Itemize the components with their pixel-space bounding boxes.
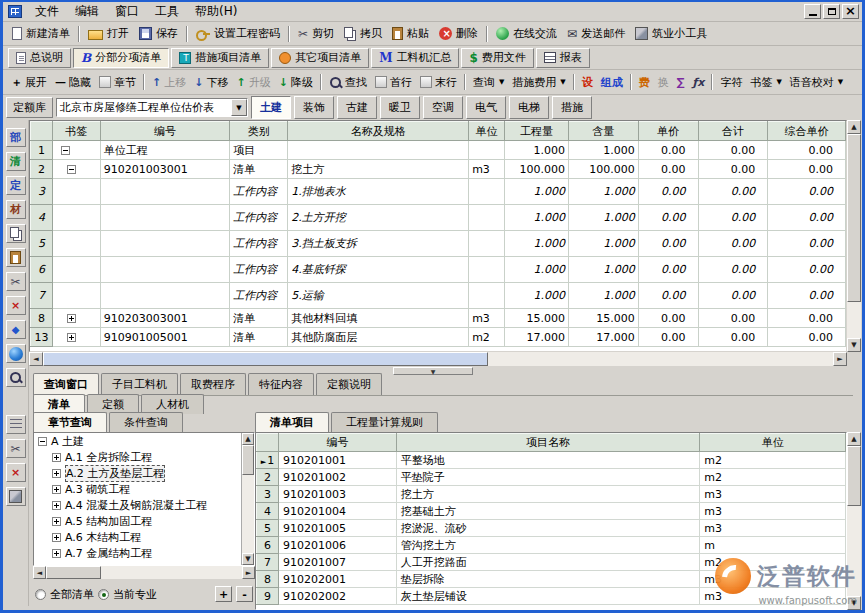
- menu-file[interactable]: 文件: [27, 1, 67, 22]
- cell-unit[interactable]: [469, 231, 505, 257]
- cell-category[interactable]: 项目: [230, 141, 288, 160]
- cell-bookmark[interactable]: [52, 257, 100, 283]
- cell-content[interactable]: 1.000: [568, 205, 638, 231]
- cell-code[interactable]: 910202001: [278, 571, 396, 588]
- cell-comp-price[interactable]: 0.00: [768, 257, 846, 283]
- menu-tools[interactable]: 工具: [147, 1, 187, 22]
- cell-bookmark[interactable]: [52, 205, 100, 231]
- copy-button[interactable]: 拷贝: [339, 24, 387, 44]
- cell-quantity[interactable]: 1.000: [505, 257, 569, 283]
- cell-name[interactable]: 挖基础土方: [396, 503, 699, 520]
- main-vertical-scrollbar[interactable]: ▲ ▼: [847, 120, 861, 352]
- col-comp-price[interactable]: 综合单价: [768, 122, 846, 141]
- cell-name[interactable]: 管沟挖土方: [396, 537, 699, 554]
- row-number[interactable]: 6: [257, 537, 279, 554]
- query-dropdown[interactable]: 查询▼: [469, 73, 508, 92]
- col-unit[interactable]: 单位: [700, 434, 846, 452]
- side-paste-button[interactable]: [6, 248, 26, 267]
- cell-content[interactable]: 17.000: [568, 328, 638, 347]
- cell-unit[interactable]: m2: [700, 452, 846, 469]
- row-number[interactable]: 13: [31, 328, 53, 347]
- main-horizontal-scrollbar[interactable]: ◄ ►: [29, 352, 847, 366]
- cell-total[interactable]: 0.00: [698, 160, 768, 179]
- col-name[interactable]: 名称及规格: [288, 122, 469, 141]
- cell-comp-price[interactable]: 0.00: [768, 205, 846, 231]
- scroll-right-button[interactable]: ►: [833, 352, 847, 366]
- trade-tab-elevator[interactable]: 电梯: [509, 96, 549, 119]
- expand-button[interactable]: ＋展开: [7, 73, 51, 92]
- row-number[interactable]: 8: [257, 571, 279, 588]
- cell-comp-price[interactable]: 0.00: [768, 179, 846, 205]
- cell-unit[interactable]: m3: [469, 309, 505, 328]
- cell-code[interactable]: 910202002: [278, 588, 396, 605]
- chars-button[interactable]: 字符: [716, 73, 746, 92]
- expand-icon[interactable]: [52, 517, 61, 526]
- cell-category[interactable]: 工作内容: [230, 283, 288, 309]
- col-item-name[interactable]: 项目名称: [396, 434, 699, 452]
- row-number[interactable]: 4: [31, 205, 53, 231]
- cell-quantity[interactable]: 15.000: [505, 309, 569, 328]
- paste-button[interactable]: 粘贴: [387, 24, 434, 44]
- cell-content[interactable]: 15.000: [568, 309, 638, 328]
- table-row[interactable]: 1 910201001 平整场地 m2: [257, 452, 846, 469]
- cell-price[interactable]: 0.00: [638, 257, 698, 283]
- side-delete-button[interactable]: ×: [6, 296, 26, 315]
- row-number[interactable]: 5: [257, 520, 279, 537]
- cell-category[interactable]: 工作内容: [230, 179, 288, 205]
- cell-price[interactable]: 0.00: [638, 231, 698, 257]
- col-total[interactable]: 合计: [698, 122, 768, 141]
- fx-button[interactable]: ƒx: [689, 74, 709, 91]
- row-number[interactable]: 1: [31, 141, 53, 160]
- trade-tab-plumbing[interactable]: 暖卫: [380, 96, 420, 119]
- side-section-button[interactable]: 部: [6, 128, 26, 147]
- cell-total[interactable]: 0.00: [698, 283, 768, 309]
- subtab-labor[interactable]: 人材机: [141, 394, 204, 414]
- tools-button[interactable]: 筑业小工具: [630, 24, 712, 44]
- side-cut-button[interactable]: [6, 272, 26, 291]
- compose-button[interactable]: 组成: [597, 73, 627, 92]
- save-button[interactable]: 保存: [134, 24, 183, 44]
- voice-proof-dropdown[interactable]: 语音校对▼: [786, 73, 847, 92]
- cell-price[interactable]: 0.00: [638, 328, 698, 347]
- tab-list-items[interactable]: 清单项目: [255, 412, 329, 432]
- expand-icon[interactable]: [67, 333, 76, 342]
- cell-bookmark[interactable]: [52, 309, 100, 328]
- cell-unit[interactable]: m2: [700, 469, 846, 486]
- cell-category[interactable]: 清单: [230, 328, 288, 347]
- side-tool-button[interactable]: [6, 487, 26, 506]
- cell-total[interactable]: 0.00: [698, 205, 768, 231]
- close-button[interactable]: [842, 4, 859, 19]
- cell-content[interactable]: 1.000: [568, 231, 638, 257]
- cell-name[interactable]: 挖土方: [396, 486, 699, 503]
- trade-tab-ancient[interactable]: 古建: [337, 96, 377, 119]
- grid-row[interactable]: 8 910203003001 清单 其他材料回填 m3 15.000 15.00…: [31, 309, 846, 328]
- cell-name[interactable]: 挖土方: [288, 160, 469, 179]
- minimize-button[interactable]: [804, 4, 821, 19]
- tree-horizontal-scrollbar[interactable]: ◄ ►: [33, 566, 255, 579]
- expand-icon[interactable]: [52, 549, 61, 558]
- tab-quantity-rules[interactable]: 工程量计算规则: [331, 412, 438, 432]
- cell-unit[interactable]: [469, 205, 505, 231]
- cell-code[interactable]: [100, 283, 230, 309]
- cell-code[interactable]: [100, 231, 230, 257]
- scroll-left-button[interactable]: ◄: [29, 352, 43, 366]
- cell-unit[interactable]: [469, 141, 505, 160]
- col-bookmark[interactable]: 书签: [52, 122, 100, 141]
- tree-item[interactable]: A.1 全房拆除工程: [34, 449, 254, 465]
- cell-quantity[interactable]: 1.000: [505, 141, 569, 160]
- tree-vertical-scrollbar[interactable]: ▲ ▼: [241, 433, 254, 565]
- cell-name[interactable]: 其他材料回填: [288, 309, 469, 328]
- cell-name[interactable]: 5.运输: [288, 283, 469, 309]
- side-list-button[interactable]: 清: [6, 152, 26, 171]
- table-row[interactable]: 3 910201003 挖土方 m3: [257, 486, 846, 503]
- tree-root[interactable]: A 土建: [34, 433, 254, 449]
- zoom-in-button[interactable]: +: [215, 586, 232, 602]
- scroll-thumb[interactable]: [847, 446, 861, 506]
- cell-code[interactable]: 910201001: [278, 452, 396, 469]
- cell-code[interactable]: [100, 257, 230, 283]
- measure-fee-dropdown[interactable]: 措施费用▼: [508, 73, 569, 92]
- expand-icon[interactable]: [52, 501, 61, 510]
- cell-code[interactable]: 单位工程: [100, 141, 230, 160]
- side-online-button[interactable]: [6, 344, 26, 363]
- cut-button[interactable]: 剪切: [293, 24, 339, 44]
